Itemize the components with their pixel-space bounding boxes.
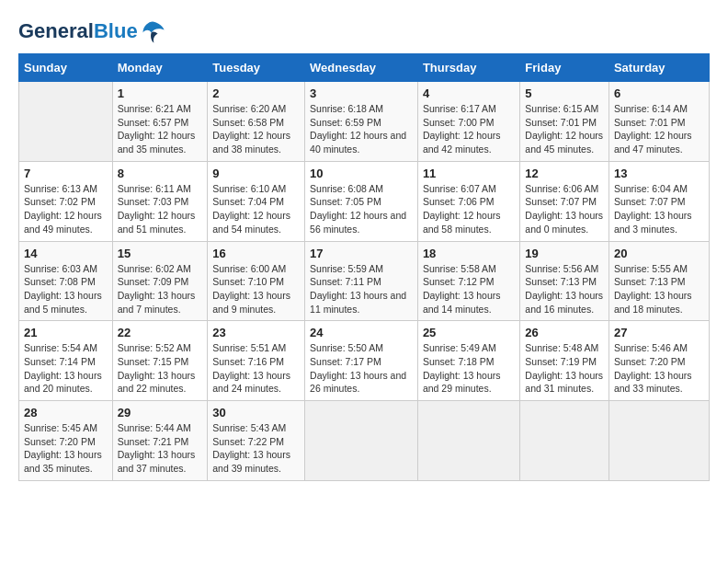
day-info: Sunrise: 6:00 AM Sunset: 7:10 PM Dayligh… [212,262,300,316]
calendar-table: SundayMondayTuesdayWednesdayThursdayFrid… [18,53,710,481]
day-info: Sunrise: 6:10 AM Sunset: 7:04 PM Dayligh… [212,182,300,236]
day-number: 24 [310,326,413,339]
calendar-cell [305,401,418,481]
calendar-cell: 21Sunrise: 5:54 AM Sunset: 7:14 PM Dayli… [19,321,113,401]
day-number: 17 [310,247,413,260]
calendar-cell: 3Sunrise: 6:18 AM Sunset: 6:59 PM Daylig… [305,82,418,162]
day-header-monday: Monday [112,54,208,82]
calendar-cell: 1Sunrise: 6:21 AM Sunset: 6:57 PM Daylig… [112,82,208,162]
day-number: 25 [423,326,515,339]
day-info: Sunrise: 6:08 AM Sunset: 7:05 PM Dayligh… [310,182,413,236]
calendar-cell: 24Sunrise: 5:50 AM Sunset: 7:17 PM Dayli… [305,321,418,401]
calendar-cell [520,401,609,481]
logo-text: GeneralBlue [18,20,138,42]
day-number: 21 [24,326,108,339]
calendar-cell: 19Sunrise: 5:56 AM Sunset: 7:13 PM Dayli… [520,241,609,321]
day-number: 23 [212,326,300,339]
day-number: 11 [423,167,515,180]
day-number: 1 [118,86,203,100]
day-header-sunday: Sunday [19,54,113,82]
day-info: Sunrise: 6:15 AM Sunset: 7:01 PM Dayligh… [525,102,604,156]
day-info: Sunrise: 6:04 AM Sunset: 7:07 PM Dayligh… [614,182,704,236]
calendar-cell: 6Sunrise: 6:14 AM Sunset: 7:01 PM Daylig… [609,82,709,162]
calendar-cell: 7Sunrise: 6:13 AM Sunset: 7:02 PM Daylig… [19,161,113,241]
day-header-friday: Friday [520,54,609,82]
calendar-week-row: 28Sunrise: 5:45 AM Sunset: 7:20 PM Dayli… [19,401,710,481]
day-number: 19 [525,247,604,260]
day-info: Sunrise: 6:17 AM Sunset: 7:00 PM Dayligh… [423,102,515,156]
calendar-week-row: 14Sunrise: 6:03 AM Sunset: 7:08 PM Dayli… [19,241,710,321]
day-header-thursday: Thursday [417,54,519,82]
day-info: Sunrise: 5:56 AM Sunset: 7:13 PM Dayligh… [525,262,604,316]
day-number: 3 [310,86,413,100]
day-number: 15 [118,247,203,260]
day-info: Sunrise: 5:54 AM Sunset: 7:14 PM Dayligh… [24,341,108,396]
calendar-cell [609,401,709,481]
day-info: Sunrise: 5:52 AM Sunset: 7:15 PM Dayligh… [118,341,203,396]
calendar-cell: 5Sunrise: 6:15 AM Sunset: 7:01 PM Daylig… [520,82,609,162]
calendar-cell: 27Sunrise: 5:46 AM Sunset: 7:20 PM Dayli… [609,321,709,401]
day-info: Sunrise: 5:49 AM Sunset: 7:18 PM Dayligh… [423,341,515,396]
day-info: Sunrise: 6:03 AM Sunset: 7:08 PM Dayligh… [24,262,108,316]
calendar-cell: 25Sunrise: 5:49 AM Sunset: 7:18 PM Dayli… [417,321,519,401]
day-info: Sunrise: 5:48 AM Sunset: 7:19 PM Dayligh… [525,341,604,396]
day-number: 2 [212,86,300,100]
calendar-cell: 12Sunrise: 6:06 AM Sunset: 7:07 PM Dayli… [520,161,609,241]
calendar-cell: 16Sunrise: 6:00 AM Sunset: 7:10 PM Dayli… [208,241,305,321]
day-number: 14 [24,247,108,260]
calendar-week-row: 21Sunrise: 5:54 AM Sunset: 7:14 PM Dayli… [19,321,710,401]
day-info: Sunrise: 6:07 AM Sunset: 7:06 PM Dayligh… [423,182,515,236]
day-info: Sunrise: 6:21 AM Sunset: 6:57 PM Dayligh… [118,102,203,156]
day-info: Sunrise: 6:06 AM Sunset: 7:07 PM Dayligh… [525,182,604,236]
calendar-cell: 10Sunrise: 6:08 AM Sunset: 7:05 PM Dayli… [305,161,418,241]
day-number: 29 [118,406,203,419]
calendar-week-row: 1Sunrise: 6:21 AM Sunset: 6:57 PM Daylig… [19,82,710,162]
day-info: Sunrise: 5:51 AM Sunset: 7:16 PM Dayligh… [212,341,300,396]
day-info: Sunrise: 6:13 AM Sunset: 7:02 PM Dayligh… [24,182,108,236]
calendar-cell: 11Sunrise: 6:07 AM Sunset: 7:06 PM Dayli… [417,161,519,241]
day-number: 6 [614,86,704,100]
calendar-header-row: SundayMondayTuesdayWednesdayThursdayFrid… [19,54,710,82]
calendar-cell: 18Sunrise: 5:58 AM Sunset: 7:12 PM Dayli… [417,241,519,321]
day-header-saturday: Saturday [609,54,709,82]
day-header-tuesday: Tuesday [208,54,305,82]
day-number: 9 [212,167,300,180]
day-number: 28 [24,406,108,419]
day-info: Sunrise: 5:55 AM Sunset: 7:13 PM Dayligh… [614,262,704,316]
day-info: Sunrise: 6:02 AM Sunset: 7:09 PM Dayligh… [118,262,203,316]
calendar-cell: 30Sunrise: 5:43 AM Sunset: 7:22 PM Dayli… [208,401,305,481]
day-header-wednesday: Wednesday [305,54,418,82]
calendar-cell: 14Sunrise: 6:03 AM Sunset: 7:08 PM Dayli… [19,241,113,321]
day-number: 26 [525,326,604,339]
day-number: 5 [525,86,604,100]
calendar-cell: 28Sunrise: 5:45 AM Sunset: 7:20 PM Dayli… [19,401,113,481]
logo-bird-icon [140,18,165,44]
day-number: 4 [423,86,515,100]
calendar-cell: 2Sunrise: 6:20 AM Sunset: 6:58 PM Daylig… [208,82,305,162]
day-info: Sunrise: 5:58 AM Sunset: 7:12 PM Dayligh… [423,262,515,316]
day-number: 22 [118,326,203,339]
calendar-week-row: 7Sunrise: 6:13 AM Sunset: 7:02 PM Daylig… [19,161,710,241]
day-info: Sunrise: 5:45 AM Sunset: 7:20 PM Dayligh… [24,421,108,476]
calendar-cell: 23Sunrise: 5:51 AM Sunset: 7:16 PM Dayli… [208,321,305,401]
day-number: 27 [614,326,704,339]
calendar-cell [417,401,519,481]
calendar-cell: 22Sunrise: 5:52 AM Sunset: 7:15 PM Dayli… [112,321,208,401]
day-number: 12 [525,167,604,180]
day-info: Sunrise: 6:11 AM Sunset: 7:03 PM Dayligh… [118,182,203,236]
day-info: Sunrise: 5:46 AM Sunset: 7:20 PM Dayligh… [614,341,704,396]
day-info: Sunrise: 6:20 AM Sunset: 6:58 PM Dayligh… [212,102,300,156]
calendar-cell: 29Sunrise: 5:44 AM Sunset: 7:21 PM Dayli… [112,401,208,481]
calendar-cell: 9Sunrise: 6:10 AM Sunset: 7:04 PM Daylig… [208,161,305,241]
calendar-cell: 20Sunrise: 5:55 AM Sunset: 7:13 PM Dayli… [609,241,709,321]
day-number: 7 [24,167,108,180]
day-info: Sunrise: 5:44 AM Sunset: 7:21 PM Dayligh… [118,421,203,476]
calendar-cell: 15Sunrise: 6:02 AM Sunset: 7:09 PM Dayli… [112,241,208,321]
calendar-cell [19,82,113,162]
day-number: 20 [614,247,704,260]
calendar-cell: 13Sunrise: 6:04 AM Sunset: 7:07 PM Dayli… [609,161,709,241]
day-info: Sunrise: 5:50 AM Sunset: 7:17 PM Dayligh… [310,341,413,396]
day-number: 10 [310,167,413,180]
day-info: Sunrise: 6:14 AM Sunset: 7:01 PM Dayligh… [614,102,704,156]
calendar-cell: 4Sunrise: 6:17 AM Sunset: 7:00 PM Daylig… [417,82,519,162]
